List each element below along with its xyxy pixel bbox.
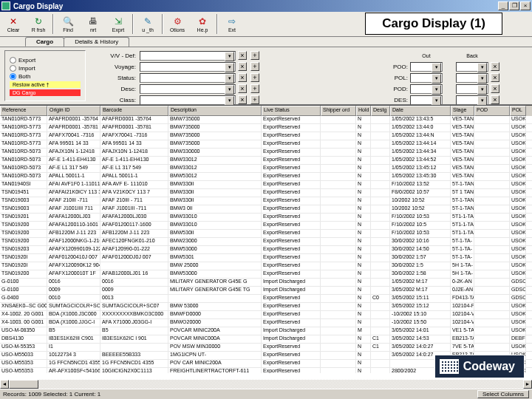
column-header[interactable]: Hold [356,106,371,116]
maximize-button[interactable]: ❐ [509,1,519,10]
horizontal-scrollbar[interactable]: ◄ ► [0,380,532,389]
table-row[interactable]: G-040000100013ExportReservedNC03/05/2002… [0,295,532,303]
exit-button[interactable]: ⇨Ext [219,13,245,35]
filter-combo[interactable] [140,95,236,105]
port-clear-button[interactable]: × [491,62,499,71]
port-combo[interactable] [410,95,443,105]
scroll-right-button[interactable]: ► [523,380,532,389]
column-header[interactable]: Origin ID [47,106,100,116]
radio-both[interactable]: Both [10,73,81,80]
table-row[interactable]: XNSAEK0--SC G009SUMTAGCICOLR+SC07SUMTAGC… [0,303,532,311]
data-grid[interactable]: ReferenceOrigin IDBarcodeDescriptionLive… [0,105,532,383]
filter-combo[interactable] [140,51,236,61]
find-button[interactable]: 🔍Find [55,13,81,35]
select-columns-button[interactable]: Select Columns [477,390,529,398]
filter-combo[interactable] [140,62,236,72]
clear-filter-button[interactable]: × [238,95,247,104]
clear-filter-button[interactable]: × [238,62,247,71]
add-filter-button[interactable]: + [250,73,259,82]
tab-cargo[interactable]: Cargo [25,37,64,47]
table-row[interactable]: TSN019200AFAF12000NKG-1-210AFEC120FNGK01… [0,238,532,246]
port-combo[interactable] [456,95,488,105]
column-header[interactable]: Date [390,106,451,116]
export-button[interactable]: ⇲Exprt [106,13,131,35]
add-filter-button[interactable]: + [250,84,259,93]
radio-input[interactable] [10,65,16,72]
column-header[interactable]: Destg [371,106,390,116]
column-header[interactable]: Live Status [262,106,321,116]
table-row[interactable]: G-010000090009MILITARY GENERATOR G45E TG… [0,287,532,295]
scroll-left-button[interactable]: ◄ [0,380,9,389]
table-row[interactable]: TAN010RD-5773AFAFX70041 -7316AFAFX70041 … [0,132,532,140]
column-header[interactable]: Reference [0,106,47,116]
table-row[interactable]: TSN019200AFAFA1200110-1601AFAF01200117-1… [0,222,532,230]
table-row[interactable]: TAN010RD-5773AFA 99501 14 33AFA 99501 14… [0,140,532,149]
table-row[interactable]: TAN010RD-5073AF-E L1 317 549AF-E L1 317 … [0,165,532,173]
table-row[interactable]: USO-M-55353I1POV MSW MIN30000ExportReser… [0,344,532,352]
table-row[interactable]: TAN010RD-5073AFAJX10N 1-12418AFAJX10N 1-… [0,149,532,157]
table-row[interactable]: TAN010RD-5073APALL 50011-1APALL 50011-1B… [0,173,532,181]
port-combo[interactable] [456,62,488,72]
column-header[interactable]: Barcode [100,106,168,116]
port-combo[interactable] [410,62,443,72]
table-row[interactable]: TAN010RD-5773AFAFRD0001 -35764AFAFRD0001… [0,116,532,124]
grid-body[interactable]: TAN010RD-5773AFAFRD0001 -35764AFAFRD0001… [0,116,532,373]
refresh-button[interactable]: ↻R frsh [26,13,51,35]
port-clear-button[interactable]: × [491,95,499,104]
table-row[interactable]: G-010000160016MILITARY GENERATOR G45E GI… [0,279,532,287]
table-row[interactable]: DBS4130IB3ES1K62III C901IB3ES1K62IC I 90… [0,335,532,344]
table-row[interactable]: TAN010RD-5073AF-E 1-411-EH4130AF-E 1-411… [0,157,532,165]
add-filter-button[interactable]: + [250,62,259,71]
table-cell: TAN010RD-5073 [0,165,47,172]
table-row[interactable]: X4-1002. 20 G001BDA (X1000.J3C000XXXXXXX… [0,311,532,319]
port-combo[interactable] [456,73,488,83]
port-combo[interactable] [410,73,443,83]
table-row[interactable]: TSN01920IAFAF01200410J 007AFAF01200DJ0J … [0,254,532,262]
table-row[interactable]: TSN01920IAFAFX120090K12 904BMW 25000Expo… [0,262,532,270]
clear-filter-button[interactable]: × [238,84,247,93]
port-combo[interactable] [410,84,443,94]
tab-details-history[interactable]: Details & History [64,37,129,47]
column-header[interactable]: Stage [451,106,474,116]
close-button[interactable]: × [520,1,531,10]
table-row[interactable]: TAN010RD-5773AFAFRD0001 -35781AFAFRD0001… [0,124,532,132]
table-row[interactable]: USO-M-08350B5B5POVCAR MINIC200AImport Di… [0,327,532,335]
filter-combo[interactable] [140,84,236,94]
table-row[interactable]: TSN019200AFAFX1200010T 1FAFAB12000LJ01 1… [0,270,532,279]
scroll-thumb[interactable] [9,380,38,389]
radio-input[interactable] [10,57,16,64]
column-header[interactable]: Description [168,106,262,116]
radio-import[interactable]: Import [10,65,81,72]
table-row[interactable]: TSN019003AFAF 210III -711AFAF 210III - 7… [0,197,532,205]
table-row[interactable]: X4-1003. 00 G001BDA (X1000.JJGC-IAFA X71… [0,319,532,327]
table-row[interactable]: TSN019201AFAFA12000LJ03AFAFA12000LJ030BM… [0,214,532,222]
table-cell: 30/0/2002 1:57 [390,254,451,262]
clear-filter-button[interactable]: × [238,73,247,82]
clear-filter-button[interactable]: × [238,51,247,60]
scroll-track[interactable] [9,380,523,389]
port-combo[interactable] [456,84,488,94]
print-button[interactable]: 🖶nrt [81,13,106,35]
column-header[interactable]: POL [510,106,526,116]
clear-button[interactable]: ✕Clear [1,13,26,35]
add-filter-button[interactable]: + [250,95,259,104]
audit-button[interactable]: ✎u _th [135,13,160,35]
table-row[interactable]: TSN019203AFAFX120990109-1222AFAF120990-0… [0,246,532,254]
table-row[interactable]: TSN019200AFB1220M J-11 223AFB1220M J-11 … [0,230,532,238]
radio-input[interactable] [10,73,16,80]
radio-export[interactable]: Export [10,57,81,64]
port-clear-button[interactable]: × [491,73,499,82]
table-row[interactable]: TSN019003AFAF J1001IIII 711AFAF J1001III… [0,205,532,214]
table-cell: F8/0/2002 10:57 [390,189,451,197]
options-button[interactable]: ⚙Otions [165,13,190,35]
minimize-button[interactable]: _ [498,1,508,10]
add-filter-button[interactable]: + [250,51,259,60]
column-header[interactable]: Shipper ord [321,106,356,116]
help-button[interactable]: ✿He.p [190,13,215,35]
filter-combo[interactable] [140,73,236,83]
table-row[interactable]: TSN019451AFAFAI21K0ICY 113 37AFA V21K0CY… [0,189,532,197]
table-cell: 1/05/2002 13:45:30 [390,173,451,180]
table-row[interactable]: TAN01940SIAFAI AVF1F0 1-110110AFA AVF E-… [0,181,532,189]
port-clear-button[interactable]: × [491,84,499,93]
column-header[interactable]: POD [474,106,510,116]
